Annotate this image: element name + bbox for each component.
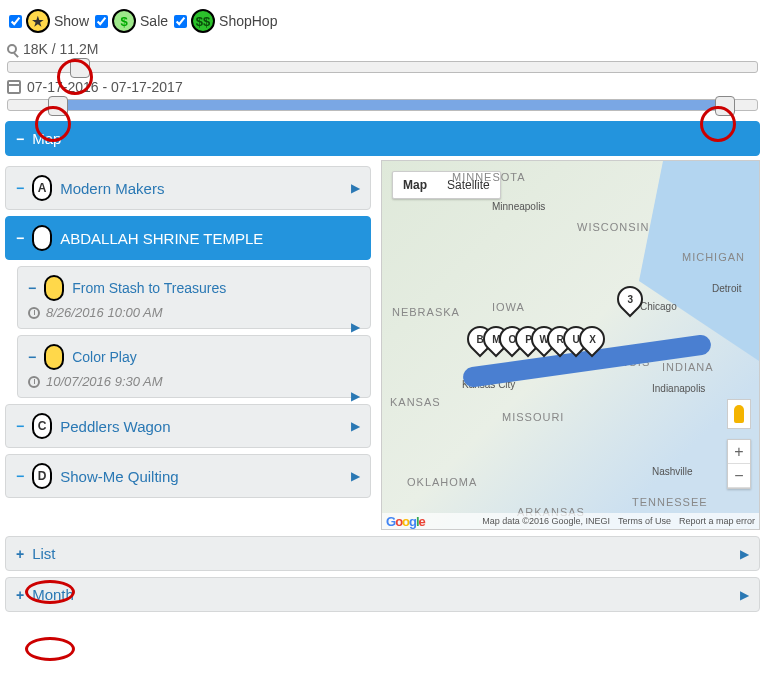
- state-indiana: INDIANA: [662, 361, 714, 373]
- state-wisconsin: WISCONSIN: [577, 221, 650, 233]
- minus-icon: −: [28, 349, 36, 365]
- target-icon: [7, 44, 17, 54]
- section-month-header[interactable]: + Month ▶: [5, 577, 760, 612]
- chevron-right-icon: ▶: [351, 389, 360, 403]
- state-kansas: KANSAS: [390, 396, 441, 408]
- date-label: 07-17-2016 - 07-17-2017: [27, 79, 183, 95]
- marker-b-icon: B: [32, 225, 52, 251]
- city-minneapolis: Minneapolis: [492, 201, 545, 212]
- plus-icon: +: [16, 546, 24, 562]
- chevron-right-icon: ▶: [351, 320, 360, 334]
- section-list-title: List: [32, 545, 55, 562]
- date-slider-handle-start[interactable]: [48, 96, 68, 116]
- filter-show-label: Show: [54, 13, 89, 29]
- location-d-name: Show-Me Quilting: [60, 468, 178, 485]
- filter-sale-label: Sale: [140, 13, 168, 29]
- state-nebraska: NEBRASKA: [392, 306, 460, 318]
- chevron-right-icon: ▶: [351, 419, 360, 433]
- filter-shophop: $$ ShopHop: [174, 9, 277, 33]
- filter-bar: ★ Show $ Sale $$ ShopHop: [5, 5, 760, 37]
- minus-icon: −: [16, 230, 24, 246]
- date-range: 07-17-2016 - 07-17-2017: [5, 75, 760, 113]
- filter-shophop-label: ShopHop: [219, 13, 277, 29]
- location-a[interactable]: − A Modern Makers ▶: [5, 166, 371, 210]
- state-tennessee: TENNESSEE: [632, 496, 708, 508]
- filter-show: ★ Show: [9, 9, 89, 33]
- location-b-name: ABDALLAH SHRINE TEMPLE: [60, 230, 263, 247]
- date-slider-fill: [56, 100, 727, 110]
- filter-shophop-checkbox[interactable]: [174, 15, 187, 28]
- chevron-right-icon: ▶: [740, 547, 749, 561]
- location-d[interactable]: − D Show-Me Quilting ▶: [5, 454, 371, 498]
- event-1-name: Color Play: [72, 349, 137, 365]
- map-footer: Google Map data ©2016 Google, INEGI Term…: [382, 513, 759, 529]
- distance-label: 18K / 11.2M: [23, 41, 99, 57]
- map[interactable]: Map Satellite MINNESOTA Minneapolis WISC…: [381, 160, 760, 530]
- section-map-header[interactable]: − Map: [5, 121, 760, 156]
- event-item-1[interactable]: − Color Play 10/07/2016 9:30 AM ▶: [17, 335, 371, 398]
- event-1-time: 10/07/2016 9:30 AM: [46, 374, 163, 389]
- city-indianapolis: Indianapolis: [652, 383, 705, 394]
- marker-d-icon: D: [32, 463, 52, 489]
- distance-slider[interactable]: [7, 61, 758, 73]
- city-nashville: Nashville: [652, 466, 693, 477]
- plus-icon: +: [16, 587, 24, 603]
- city-chicago: Chicago: [640, 301, 677, 312]
- chevron-right-icon: ▶: [351, 469, 360, 483]
- clock-icon: [28, 307, 40, 319]
- location-c[interactable]: − C Peddlers Wagon ▶: [5, 404, 371, 448]
- section-map-title: Map: [32, 130, 61, 147]
- pegman-icon[interactable]: [727, 399, 751, 429]
- location-c-name: Peddlers Wagon: [60, 418, 170, 435]
- map-terms-link[interactable]: Terms of Use: [618, 516, 671, 526]
- map-type-map[interactable]: Map: [393, 172, 437, 198]
- filter-sale: $ Sale: [95, 9, 168, 33]
- dollar-icon: $: [112, 9, 136, 33]
- map-body: − A Modern Makers ▶ − B ABDALLAH SHRINE …: [5, 160, 760, 530]
- distance-range: 18K / 11.2M: [5, 37, 760, 75]
- chevron-right-icon: ▶: [351, 181, 360, 195]
- date-slider[interactable]: [7, 99, 758, 111]
- calendar-icon: [7, 80, 21, 94]
- chevron-right-icon: ▶: [740, 588, 749, 602]
- minus-icon: −: [28, 280, 36, 296]
- section-list-header[interactable]: + List ▶: [5, 536, 760, 571]
- marker-a-icon: A: [32, 175, 52, 201]
- event-marker-icon: [44, 344, 64, 370]
- zoom-control: + −: [727, 439, 751, 489]
- map-report-link[interactable]: Report a map error: [679, 516, 755, 526]
- minus-icon: −: [16, 468, 24, 484]
- pin-cluster: B M O P W R U X: [477, 326, 605, 352]
- filter-sale-checkbox[interactable]: [95, 15, 108, 28]
- double-dollar-icon: $$: [191, 9, 215, 33]
- filter-show-checkbox[interactable]: [9, 15, 22, 28]
- city-detroit: Detroit: [712, 283, 741, 294]
- state-missouri: MISSOURI: [502, 411, 564, 423]
- state-michigan: MICHIGAN: [682, 251, 745, 263]
- location-a-name: Modern Makers: [60, 180, 164, 197]
- event-marker-icon: [44, 275, 64, 301]
- event-0-name: From Stash to Treasures: [72, 280, 226, 296]
- event-item-0[interactable]: − From Stash to Treasures 8/26/2016 10:0…: [17, 266, 371, 329]
- clock-icon: [28, 376, 40, 388]
- star-icon: ★: [26, 9, 50, 33]
- event-0-time: 8/26/2016 10:00 AM: [46, 305, 163, 320]
- location-b[interactable]: − B ABDALLAH SHRINE TEMPLE: [5, 216, 371, 260]
- marker-c-icon: C: [32, 413, 52, 439]
- zoom-out-button[interactable]: −: [728, 464, 750, 488]
- minus-icon: −: [16, 418, 24, 434]
- section-month-title: Month: [32, 586, 74, 603]
- zoom-in-button[interactable]: +: [728, 440, 750, 464]
- google-logo: Google: [386, 514, 425, 529]
- minus-icon: −: [16, 180, 24, 196]
- distance-slider-handle[interactable]: [70, 58, 90, 78]
- state-iowa: IOWA: [492, 301, 525, 313]
- state-oklahoma: OKLAHOMA: [407, 476, 477, 488]
- map-attribution: Map data ©2016 Google, INEGI: [482, 516, 610, 526]
- location-list[interactable]: − A Modern Makers ▶ − B ABDALLAH SHRINE …: [5, 160, 373, 520]
- date-slider-handle-end[interactable]: [715, 96, 735, 116]
- minus-icon: −: [16, 131, 24, 147]
- state-minnesota: MINNESOTA: [452, 171, 526, 183]
